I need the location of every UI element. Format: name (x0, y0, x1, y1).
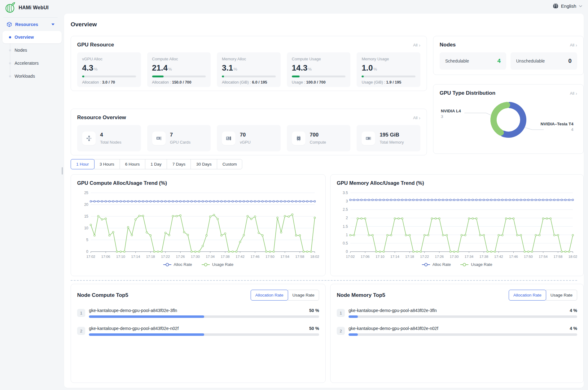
progress-fill (152, 76, 164, 77)
stat-footer-value: 6.0 / 195 (252, 80, 267, 84)
usage-rate-button[interactable]: Usage Rate (288, 290, 319, 301)
svg-text:3.5: 3.5 (343, 191, 348, 195)
svg-text:17:10: 17:10 (116, 255, 125, 258)
ro-label: Total Memory (380, 140, 404, 145)
allocation-rate-button[interactable]: Allocation Rate (509, 290, 546, 301)
cube-icon (7, 22, 12, 27)
svg-text:17:38: 17:38 (221, 255, 230, 258)
svg-text:17:58: 17:58 (554, 255, 563, 258)
all-label: All (570, 91, 574, 96)
svg-text:17:06: 17:06 (101, 255, 110, 258)
time-tab-3-hours[interactable]: 3 Hours (94, 159, 120, 169)
progress-track (222, 76, 276, 77)
legend-line-icon (201, 263, 210, 266)
legend-alloc-rate[interactable]: Alloc Rate (422, 262, 451, 267)
table-row: 1 gke-kantaloupe-demo-gpu-pool-a843f02e-… (337, 308, 577, 318)
resource-overview-all-link[interactable]: All › (413, 115, 420, 120)
gpu-compute-trend-card: GPU Compute Alloc/Usage Trend (%) 051015… (71, 174, 326, 276)
gpu-resource-title: GPU Resource (77, 42, 114, 48)
svg-text:25: 25 (84, 191, 89, 195)
sidebar: Resources Overview Nodes Accelerators Wo… (0, 0, 64, 390)
svg-text:17:18: 17:18 (405, 255, 414, 258)
time-tab-30-days[interactable]: 30 Days (191, 159, 217, 169)
sidebar-item-nodes[interactable]: Nodes (0, 44, 64, 56)
time-tab-7-days[interactable]: 7 Days (167, 159, 191, 169)
node-percent: 4 % (570, 308, 577, 313)
rank-badge: 1 (77, 309, 85, 317)
svg-text:17:22: 17:22 (161, 255, 170, 258)
language-selector[interactable]: English (553, 3, 582, 9)
all-label: All (413, 43, 418, 47)
legend-alloc-rate[interactable]: Alloc Rate (163, 262, 192, 267)
svg-text:17:30: 17:30 (191, 255, 200, 258)
stat-label: Memory Alloc (222, 57, 276, 61)
time-tab-1-hour[interactable]: 1 Hour (71, 159, 94, 169)
stat-footer-label: Allocation : (82, 80, 102, 84)
nodes-card: Nodes All › Schedulable 4 Unschedulable … (433, 36, 584, 75)
ro-label: vGPU (240, 140, 251, 145)
segment-label: NVIDIA–Tesla T4 (541, 122, 573, 126)
sidebar-menu-resources[interactable]: Resources (3, 19, 58, 30)
svg-text:17:50: 17:50 (265, 255, 274, 258)
node-name: gke-kantaloupe-demo-gpu-pool-a843f02e-3f… (89, 308, 177, 313)
stat-footer-label: Usage (GiB) : (362, 80, 386, 84)
svg-text:20: 20 (84, 202, 89, 207)
gpu-resource-card: GPU Resource All › vGPU Alloc 4.3% Alloc… (71, 36, 427, 91)
sidebar-divider (3, 17, 58, 18)
legend-usage-rate[interactable]: Usage Rate (460, 262, 492, 267)
schedulable-tile: Schedulable 4 (440, 52, 506, 70)
progress-track (362, 76, 415, 77)
stat-tile-memory-alloc: Memory Alloc 3.1% Allocation (GiB) : 6.0… (217, 52, 281, 87)
compute-top5-toggle: Allocation Rate Usage Rate (251, 290, 319, 301)
submenu-dot (9, 75, 11, 77)
sidebar-item-overview[interactable]: Overview (2, 31, 62, 43)
svg-text:17:18: 17:18 (146, 255, 155, 258)
progress-fill (292, 76, 300, 77)
usage-rate-button[interactable]: Usage Rate (546, 290, 577, 301)
ro-tile-total-nodes: 4 Total Nodes (77, 125, 141, 151)
ro-label: GPU Cards (170, 140, 191, 145)
svg-text:17:02: 17:02 (86, 255, 95, 258)
sidebar-collapse-handle[interactable] (62, 167, 63, 175)
rank-badge: 2 (337, 327, 345, 335)
node-percent: 50 % (309, 308, 319, 313)
nodes-all-link[interactable]: All › (570, 43, 577, 47)
submenu-dot (9, 36, 11, 38)
stat-unit: % (308, 67, 312, 72)
sidebar-item-workloads[interactable]: Workloads (0, 70, 64, 82)
svg-text:10: 10 (84, 226, 89, 230)
time-tab-1-day[interactable]: 1 Day (145, 159, 167, 169)
sidebar-item-label: Workloads (15, 74, 35, 79)
progress-fill (82, 76, 84, 77)
vgpu-icon (222, 132, 235, 145)
allocation-rate-button[interactable]: Allocation Rate (251, 290, 288, 301)
stat-footer-label: Allocation (GiB) : (222, 80, 252, 84)
svg-text:17:46: 17:46 (251, 255, 260, 258)
language-label: English (561, 3, 576, 9)
legend-usage-rate[interactable]: Usage Rate (201, 262, 234, 267)
sidebar-item-accelerators[interactable]: Accelerators (0, 57, 64, 69)
gpu-memory-trend-card: GPU Memory Alloc/Usage Trend (%) 00.511.… (330, 174, 584, 276)
chevron-right-icon: › (419, 115, 420, 120)
gpu-type-all-link[interactable]: All › (570, 91, 577, 96)
all-label: All (570, 43, 574, 47)
time-tab-6-hours[interactable]: 6 Hours (120, 159, 145, 169)
progress-fill (362, 76, 364, 77)
segment-value: 3 (441, 114, 461, 119)
compute-trend-title: GPU Compute Alloc/Usage Trend (%) (71, 175, 325, 186)
stat-tile-memory-usage: Memory Usage 1.0% Usage (GiB) : 1.9 / 19… (357, 52, 420, 87)
time-tab-custom[interactable]: Custom (217, 159, 243, 169)
svg-text:17:58: 17:58 (295, 255, 304, 258)
time-range-tabbar: 1 Hour 3 Hours 6 Hours 1 Day 7 Days 30 D… (71, 159, 242, 169)
unschedulable-label: Unschedulable (516, 58, 545, 63)
progress-fill (349, 333, 358, 336)
main-panel: Overview GPU Resource All › vGPU Alloc 4… (64, 14, 584, 388)
unschedulable-value: 0 (568, 58, 572, 64)
stat-label: Compute Usage (292, 57, 346, 61)
stat-label: Memory Usage (362, 57, 415, 61)
schedulable-value: 4 (497, 58, 501, 64)
gpu-resource-all-link[interactable]: All › (413, 43, 420, 47)
progress-track (152, 76, 206, 77)
all-label: All (413, 115, 418, 120)
chevron-right-icon: › (576, 91, 577, 96)
